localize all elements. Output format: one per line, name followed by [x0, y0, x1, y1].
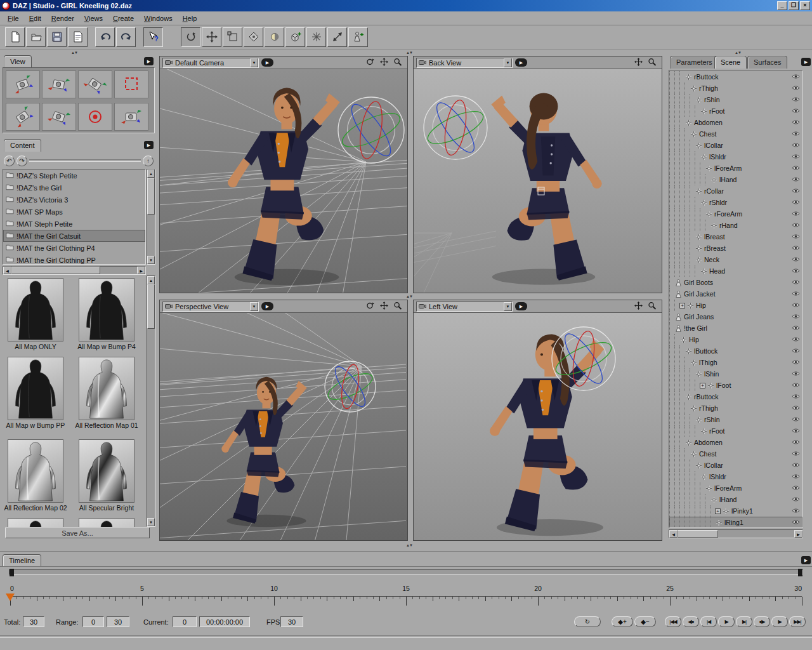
range-start-handle[interactable] — [10, 569, 14, 576]
nav-back-button[interactable]: ↶ — [4, 156, 15, 166]
tree-item-lbuttock[interactable]: lButtock — [669, 345, 802, 357]
visibility-eye-icon[interactable] — [792, 222, 800, 228]
scroll-right-icon[interactable]: ▶ — [794, 530, 802, 538]
visibility-eye-icon[interactable] — [792, 302, 800, 308]
tree-item-lshldr[interactable]: lShldr — [669, 151, 802, 162]
timeline-playhead[interactable] — [6, 594, 15, 601]
menu-windows[interactable]: Windows — [139, 13, 178, 23]
play-forward-button[interactable]: ▶ — [771, 616, 788, 627]
orbit-viewport-icon[interactable] — [365, 302, 375, 311]
pan-viewport-icon[interactable] — [379, 58, 389, 67]
visibility-eye-icon[interactable] — [792, 256, 800, 262]
tree-item-abdomen[interactable]: Abdomen — [669, 117, 802, 128]
tree-item-rshldr[interactable]: rShldr — [669, 197, 802, 208]
expand-icon[interactable]: + — [715, 508, 721, 514]
title-bar[interactable]: DAZ | Studio - GIRL Kneeling 02.daz _❐× — [0, 0, 812, 11]
visibility-eye-icon[interactable] — [792, 131, 800, 136]
chevron-down-icon[interactable]: ▼ — [504, 58, 512, 67]
tree-item-lfoot[interactable]: +lFoot — [669, 380, 802, 391]
scroll-up-icon[interactable]: ▲ — [147, 169, 155, 178]
step-forward-button[interactable]: ▶| — [736, 616, 752, 627]
thumbnail-all-map-w-bump-p4[interactable]: All Map w Bump P4 — [74, 278, 140, 350]
folder-list-hscrollbar[interactable]: ◀ ▶ — [3, 266, 146, 275]
tree-item-lcollar[interactable]: lCollar — [669, 140, 802, 151]
menu-views[interactable]: Views — [79, 13, 108, 23]
tree-item-chest[interactable]: Chest — [669, 448, 802, 460]
scene-panel-expand-button[interactable]: ▶ — [801, 58, 811, 66]
nav-up-button[interactable]: ↑ — [143, 156, 154, 166]
tree-item-lhand[interactable]: lHand — [669, 174, 802, 185]
visibility-eye-icon[interactable] — [792, 245, 800, 251]
pan-viewport-icon[interactable] — [634, 302, 643, 311]
range-end-handle[interactable] — [798, 569, 802, 576]
visibility-eye-icon[interactable] — [792, 142, 800, 148]
tree-item-chest[interactable]: Chest — [669, 128, 802, 140]
light-tool-button[interactable] — [265, 27, 284, 47]
tree-item-rbuttock[interactable]: rButtock — [669, 391, 802, 402]
folder-item-mat-steph-petite[interactable]: !MAT Steph Petite — [3, 218, 145, 230]
scale-tool-button[interactable] — [327, 27, 347, 47]
tree-item-lforearm[interactable]: lForeArm — [669, 162, 802, 174]
tree-item-girl-boots[interactable]: Girl Boots — [669, 277, 802, 288]
zoom-viewport-icon[interactable] — [648, 58, 657, 67]
visibility-eye-icon[interactable] — [792, 359, 800, 365]
rotate-camera-tool[interactable] — [6, 103, 40, 131]
menu-render[interactable]: Render — [46, 13, 79, 23]
viewport-menu-button[interactable]: ▶ — [261, 58, 273, 67]
visibility-eye-icon[interactable] — [792, 211, 800, 216]
scene-tree-hscrollbar[interactable]: ◀ ▶ — [669, 529, 803, 538]
frame-selection-tool[interactable] — [114, 70, 148, 98]
left-dock-handle[interactable]: ▲▼ — [71, 51, 77, 55]
pan-viewport-icon[interactable] — [634, 58, 643, 67]
fps-input[interactable] — [280, 616, 303, 627]
visibility-eye-icon[interactable] — [792, 268, 800, 274]
create-primitive-button[interactable] — [285, 27, 305, 47]
visibility-eye-icon[interactable] — [792, 382, 800, 388]
viewport-3d-scene[interactable] — [160, 313, 407, 540]
range-end-input[interactable] — [107, 616, 129, 627]
thumbnails-vscrollbar[interactable]: ▲ ▼ — [147, 275, 155, 527]
visibility-eye-icon[interactable] — [792, 519, 800, 525]
restore-button[interactable]: ❐ — [789, 1, 799, 10]
tab-content[interactable]: Content — [4, 139, 41, 152]
visibility-eye-icon[interactable] — [792, 485, 800, 491]
next-keyframe-button[interactable]: ●▶ — [754, 616, 770, 627]
pan-viewport-icon[interactable] — [379, 302, 389, 311]
tree-item-rcollar[interactable]: rCollar — [669, 185, 802, 197]
timeline-expand-button[interactable]: ▶ — [801, 556, 811, 564]
visibility-eye-icon[interactable] — [792, 291, 800, 296]
visibility-eye-icon[interactable] — [792, 74, 800, 79]
bank-camera-tool[interactable] — [42, 103, 76, 131]
expand-icon[interactable]: + — [679, 303, 685, 308]
scroll-left-icon[interactable]: ◀ — [669, 530, 678, 538]
tree-item-abdomen[interactable]: Abdomen — [669, 437, 802, 448]
redo-button[interactable] — [116, 27, 136, 47]
visibility-eye-icon[interactable] — [792, 279, 800, 285]
thumbnail-partial[interactable] — [3, 518, 69, 527]
tree-item-rhand[interactable]: rHand — [669, 220, 802, 231]
total-frames-input[interactable] — [23, 616, 44, 627]
viewport-menu-button[interactable]: ▶ — [515, 302, 527, 310]
camera-selector[interactable]: Perspective View ▼ — [162, 302, 259, 312]
tree-item-girl-jacket[interactable]: Girl Jacket — [669, 288, 802, 300]
tree-item-head[interactable]: Head — [669, 265, 802, 277]
scroll-down-icon[interactable]: ▼ — [147, 518, 155, 526]
play-button[interactable]: ▶ — [718, 616, 735, 627]
orbit-viewport-icon[interactable] — [365, 58, 375, 67]
translate-tool-button[interactable] — [202, 27, 221, 47]
tab-timeline[interactable]: Timeline — [3, 554, 41, 567]
right-dock-handle[interactable]: ▲▼ — [735, 51, 741, 55]
tree-item-lbreast[interactable]: lBreast — [669, 231, 802, 242]
zoom-viewport-icon[interactable] — [393, 302, 403, 311]
folder-item-daz-s-victoria-3[interactable]: !DAZ's Victoria 3 — [3, 194, 145, 206]
visibility-eye-icon[interactable] — [792, 325, 800, 331]
visibility-eye-icon[interactable] — [792, 405, 800, 411]
tree-item-lcollar[interactable]: lCollar — [669, 460, 802, 471]
chevron-down-icon[interactable]: ▼ — [250, 302, 258, 311]
tab-view[interactable]: View — [4, 55, 32, 68]
tree-item-lforearm[interactable]: lForeArm — [669, 482, 802, 494]
delete-keyframe-button[interactable]: ◆− — [634, 616, 656, 627]
scrollbar-thumb[interactable] — [11, 267, 100, 274]
visibility-eye-icon[interactable] — [792, 188, 800, 194]
folder-list-vscrollbar[interactable]: ▲ ▼ — [147, 169, 155, 265]
